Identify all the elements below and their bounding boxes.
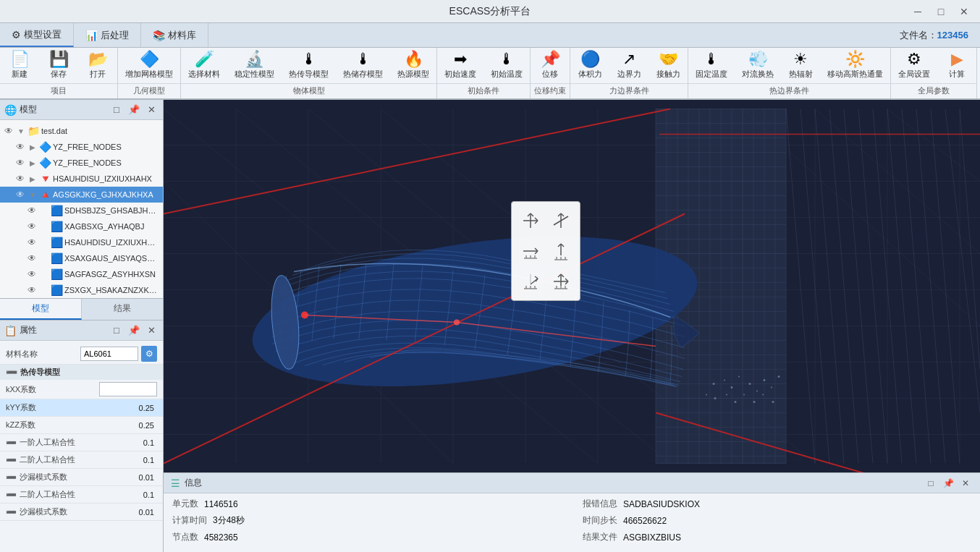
info-restore-button[interactable]: □ [924, 476, 938, 491]
constraint-z[interactable] [518, 268, 544, 294]
hsa1-icon: 🔻 [39, 173, 51, 184]
eye-icon-sdh1: 👁 [26, 205, 38, 216]
properties-panel: 📋 属性 □ 📌 ✕ 材料名称 ⚙ ➖ 热传导模型 [0, 320, 163, 552]
toolbar-initial-velocity-label: 初始速度 [444, 69, 476, 80]
model-tree-tabs: 模型 结果 [0, 298, 163, 320]
viewport[interactable] [164, 100, 980, 472]
toolbar-open-button[interactable]: 📂 打开 [78, 48, 117, 83]
toolbar-contact-force-button[interactable]: 🤝 接触力 [649, 48, 688, 83]
toolbar-fixed-temp-button[interactable]: 🌡 固定温度 [688, 48, 735, 83]
info-elements-row: 单元数 1146516 [172, 498, 561, 510]
constraint-x[interactable] [518, 238, 544, 264]
constraint-y[interactable] [548, 238, 574, 264]
toolbar-moving-gaussian-button[interactable]: 🔆 移动高斯热通量 [820, 48, 890, 83]
kxx-input[interactable] [99, 382, 157, 396]
prop-pin-button[interactable]: 📌 [127, 323, 141, 338]
menu-post-process[interactable]: 📊 后处理 [74, 23, 141, 47]
constraint-xy[interactable] [518, 208, 544, 234]
toolbar-new-button[interactable]: 📄 新建 [0, 48, 39, 83]
toolbar-select-material-button[interactable]: 🧪 选择材料 [181, 48, 227, 83]
toolbar-heat-transfer-button[interactable]: 🌡 热传导模型 [282, 48, 336, 83]
tree-close-button[interactable]: ✕ [144, 103, 159, 117]
yz2-icon: 🔷 [39, 157, 51, 169]
eye-icon-hsa2: 👁 [26, 237, 38, 247]
tree-item-hsauhdisu1[interactable]: 👁 ▶ 🔻 HSAUHDISU_IZXIUXHAHX [0, 171, 163, 187]
toolbar-heat-source-button[interactable]: 🔥 热源模型 [390, 48, 436, 83]
toolbar-compute-label: 计算 [949, 69, 965, 80]
tree-item-sagfasgz[interactable]: 👁 🟦 SAGFASGZ_ASYHHXSN [0, 266, 163, 282]
toolbar-initial-temperature-button[interactable]: 🌡 初始温度 [483, 48, 530, 83]
maximize-button[interactable]: □ [931, 1, 951, 22]
tab-model[interactable]: 模型 [0, 299, 82, 320]
material-name-input[interactable] [80, 347, 138, 361]
toolbar-add-mesh-button[interactable]: 🔷 增加网格模型 [118, 48, 180, 83]
toolbar-global-settings-button[interactable]: ⚙ 全局设置 [891, 48, 937, 83]
svg-point-89 [743, 394, 745, 396]
menu-model-settings[interactable]: ⚙ 模型设置 [0, 23, 74, 47]
toolbar-compute-button[interactable]: ▶ 计算 [937, 48, 976, 83]
constraint-all[interactable] [548, 268, 574, 294]
sdh1-icon: 🟦 [51, 205, 63, 216]
second-adhesion-value: 0.1 [99, 456, 157, 464]
toolbar-heat-storage-button[interactable]: 🌡 热储存模型 [336, 48, 390, 83]
svg-point-78 [731, 386, 733, 388]
minimize-button[interactable]: ─ [908, 1, 928, 22]
tree-item-sdhsbjzs1[interactable]: 👁 🟦 SDHSBJZS_GHSABJHB_ZAHU [0, 203, 163, 218]
model-tree-header: 🌐 模型 □ 📌 ✕ [0, 100, 163, 120]
toolbar-convection-button[interactable]: 💨 对流换热 [735, 48, 781, 83]
toolbar-group-geometry: 🔷 增加网格模型 几何模型 [118, 48, 181, 98]
toolbar-save-button[interactable]: 💾 保存 [39, 48, 78, 83]
second-adhesion2-row: ➖ 二阶人工粘合性 0.1 [0, 486, 163, 504]
material-settings-button[interactable]: ⚙ [141, 346, 157, 362]
toolbar-heat-transfer-label: 热传导模型 [289, 69, 329, 80]
tree-item-hsauhdisu2[interactable]: 👁 🟦 HSAUHDISU_IZXIUXHAHX [0, 234, 163, 250]
window-controls: ─ □ ✕ [908, 0, 974, 22]
toolbar-material-label: 物体模型 [181, 83, 436, 98]
minus-icon: ➖ [6, 367, 17, 378]
menu-post-process-label: 后处理 [101, 29, 129, 42]
eye-icon-sag: 👁 [26, 269, 38, 279]
close-button[interactable]: ✕ [954, 1, 974, 22]
constraint-xz[interactable] [548, 208, 574, 234]
info-result-file-value: ASGBIXZBIUS [623, 532, 681, 543]
asg-icon: 🔺 [39, 189, 51, 200]
kzz-value: 0.25 [99, 421, 157, 430]
info-close-button[interactable]: ✕ [958, 476, 973, 491]
root-file-label: test.dat [41, 127, 160, 135]
prop-close-button[interactable]: ✕ [144, 323, 159, 338]
second-adhesion2-label: 二阶人工粘合性 [20, 489, 99, 500]
tree-item-yz1[interactable]: 👁 ▶ 🔷 YZ_FREE_NODES [0, 139, 163, 155]
minus-icon-2: ➖ [6, 455, 17, 465]
tree-restore-button[interactable]: □ [109, 103, 124, 117]
tree-item-yz2[interactable]: 👁 ▶ 🔷 YZ_FREE_NODES [0, 155, 163, 171]
minus-icon-1: ➖ [6, 438, 17, 448]
tree-item-zsxgx[interactable]: 👁 🟦 ZSXGX_HSAKAZNZXK_AHASX [0, 282, 163, 298]
tree-item-xagbsxg[interactable]: 👁 🟦 XAGBSXG_AYHAQBJ [0, 218, 163, 234]
sand-coeff2-row: ➖ 沙漏模式系数 0.01 [0, 504, 163, 521]
toolbar-boundary-force-button[interactable]: ↗ 边界力 [609, 48, 649, 83]
second-adhesion2-value: 0.1 [99, 491, 157, 499]
prop-restore-button[interactable]: □ [109, 323, 124, 338]
info-nodes-value: 3分48秒 [213, 514, 245, 527]
tab-results[interactable]: 结果 [82, 299, 163, 320]
toolbar-heat-storage-label: 热储存模型 [343, 69, 383, 80]
info-pin-button[interactable]: 📌 [941, 476, 955, 491]
toolbar-radiation-button[interactable]: ☀ 热辐射 [781, 48, 820, 83]
toolbar-save-label: 保存 [51, 69, 67, 80]
tree-item-xsaxgaus[interactable]: 👁 🟦 XSAXGAUS_AISYAQSH_ASHX [0, 250, 163, 266]
material-lib-icon: 📚 [153, 30, 165, 41]
tree-root-item[interactable]: 👁 ▼ 📁 test.dat [0, 123, 163, 139]
constraint-popup [511, 201, 580, 301]
moving-gaussian-icon: 🔆 [845, 51, 865, 67]
toolbar-initial-velocity-button[interactable]: ➡ 初始速度 [437, 48, 483, 83]
boundary-force-icon: ↗ [622, 51, 635, 67]
open-icon: 📂 [88, 51, 108, 67]
toolbar-volume-force-button[interactable]: 🔵 体积力 [570, 48, 609, 83]
toolbar-position-button[interactable]: 📌 位移 [531, 48, 570, 83]
toolbar-group-thermal: 🌡 固定温度 💨 对流换热 ☀ 热辐射 🔆 移动高斯热通量 热边界条件 [688, 48, 891, 98]
menu-material-lib[interactable]: 📚 材料库 [141, 23, 208, 47]
tree-item-agsgkjkg[interactable]: 👁 ▼ 🔺 AGSGKJKG_GJHXAJKHXA [0, 187, 163, 203]
tree-pin-button[interactable]: 📌 [127, 103, 141, 117]
toolbar-stability-button[interactable]: 🔬 稳定性模型 [227, 48, 282, 83]
toolbar-volume-force-label: 体积力 [578, 69, 602, 80]
